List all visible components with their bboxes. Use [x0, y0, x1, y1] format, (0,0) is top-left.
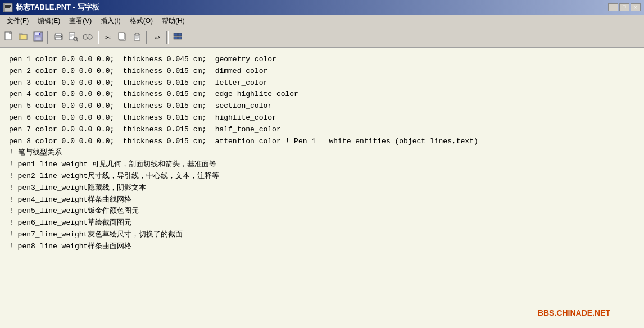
- svg-rect-3: [5, 7, 10, 8]
- menu-format[interactable]: 格式(O): [125, 15, 157, 27]
- window-title: 杨志TABLE.PNT - 写字板: [16, 2, 99, 12]
- paste-button[interactable]: [130, 31, 144, 44]
- line-1: pen 1 color 0.0 0.0 0.0; thickness 0.045…: [9, 54, 635, 66]
- separator-4: [166, 31, 169, 44]
- menu-view[interactable]: 查看(V): [65, 15, 96, 27]
- new-icon: [4, 31, 14, 44]
- svg-rect-29: [119, 33, 124, 39]
- window-controls: — □ ✕: [608, 3, 641, 11]
- menu-insert[interactable]: 插入(I): [96, 15, 125, 27]
- line-8: pen 8 color 0.0 0.0 0.0; thickness 0.015…: [9, 136, 635, 148]
- separator-1: [47, 31, 49, 44]
- app-icon: [3, 3, 12, 12]
- svg-rect-15: [56, 37, 61, 40]
- svg-rect-36: [178, 33, 182, 36]
- svg-rect-12: [39, 33, 40, 35]
- copy-icon: [117, 31, 128, 44]
- content-area[interactable]: pen 1 color 0.0 0.0 0.0; thickness 0.045…: [0, 48, 644, 328]
- save-icon: [33, 31, 43, 44]
- undo-icon: ↩: [155, 33, 160, 43]
- minimize-button[interactable]: —: [608, 3, 618, 11]
- svg-rect-2: [5, 6, 11, 7]
- menu-edit[interactable]: 编辑(E): [33, 15, 65, 27]
- separator-2: [97, 31, 99, 44]
- line-3: pen 3 color 0.0 0.0 0.0; thickness 0.015…: [9, 78, 635, 89]
- undo-button[interactable]: ↩: [151, 31, 164, 44]
- extra-icon: [173, 31, 183, 44]
- line-9: ! 笔与线型关系: [9, 147, 635, 159]
- line-6: pen 6 color 0.0 0.0 0.0; thickness 0.015…: [9, 112, 635, 124]
- line-13: ! pen4_line_weight样条曲线网格: [9, 194, 635, 206]
- title-bar: 杨志TABLE.PNT - 写字板 — □ ✕: [0, 0, 644, 15]
- preview-button[interactable]: [66, 31, 80, 44]
- svg-rect-1: [5, 5, 11, 6]
- preview-icon: [68, 31, 78, 44]
- copy-button[interactable]: [116, 31, 129, 44]
- svg-rect-16: [61, 36, 62, 37]
- watermark: BBS.CHINADE.NET: [538, 307, 610, 319]
- line-14: ! pen5_line_weight钣金件颜色图元: [9, 206, 635, 217]
- open-button[interactable]: [17, 31, 30, 44]
- svg-rect-37: [174, 37, 178, 39]
- svg-rect-25: [87, 35, 89, 37]
- paste-icon: [132, 31, 142, 44]
- print-button[interactable]: [52, 31, 65, 44]
- binoculars-icon: [83, 31, 93, 44]
- find-button[interactable]: [81, 31, 94, 44]
- close-button[interactable]: ✕: [631, 3, 641, 11]
- line-17: ! pen8_line_weight样条曲面网格: [9, 241, 635, 253]
- line-16: ! pen7_line_weight灰色草绘尺寸，切换了的截面: [9, 229, 635, 241]
- svg-rect-31: [135, 33, 139, 35]
- separator-3: [146, 31, 148, 44]
- line-15: ! pen6_line_weight草绘截面图元: [9, 217, 635, 229]
- maximize-button[interactable]: □: [619, 3, 629, 11]
- line-5: pen 5 color 0.0 0.0 0.0; thickness 0.015…: [9, 101, 635, 112]
- line-10: ! pen1_line_weight 可见几何，剖面切线和箭头，基准面等: [9, 159, 635, 171]
- cut-button[interactable]: ✂: [101, 31, 115, 44]
- svg-rect-14: [56, 33, 61, 35]
- open-icon: [19, 31, 29, 44]
- extra-button[interactable]: [171, 31, 184, 44]
- svg-rect-35: [174, 33, 178, 36]
- svg-rect-8: [20, 35, 27, 39]
- print-icon: [53, 31, 64, 44]
- cut-icon: ✂: [105, 32, 111, 43]
- menu-help[interactable]: 帮助(H): [157, 15, 189, 27]
- line-11: ! pen2_line_weight尺寸线，导引线，中心线，文本，注释等: [9, 171, 635, 183]
- svg-rect-38: [178, 37, 182, 39]
- menu-bar: 文件(F) 编辑(E) 查看(V) 插入(I) 格式(O) 帮助(H): [0, 15, 644, 28]
- toolbar: ✂ ↩: [0, 28, 644, 48]
- svg-line-19: [76, 40, 78, 41]
- menu-file[interactable]: 文件(F): [2, 15, 33, 27]
- svg-rect-11: [35, 37, 41, 40]
- line-2: pen 2 color 0.0 0.0 0.0; thickness 0.015…: [9, 66, 635, 78]
- line-12: ! pen3_line_weight隐藏线，阴影文本: [9, 183, 635, 194]
- save-button[interactable]: [31, 31, 45, 44]
- new-button[interactable]: [2, 31, 16, 44]
- line-7: pen 7 color 0.0 0.0 0.0; thickness 0.015…: [9, 124, 635, 136]
- line-4: pen 4 color 0.0 0.0 0.0; thickness 0.015…: [9, 89, 635, 101]
